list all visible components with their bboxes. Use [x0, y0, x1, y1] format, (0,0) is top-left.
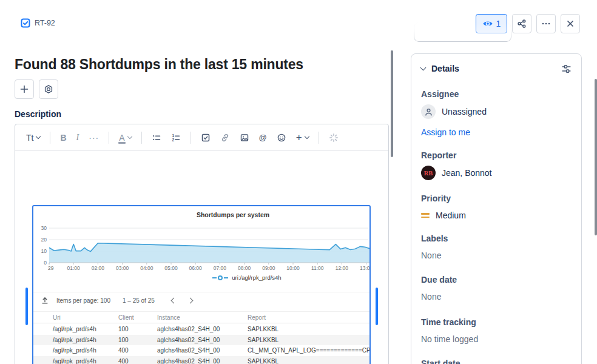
- status-field-partial[interactable]: [414, 22, 511, 42]
- pagination-range: 1 – 25 of 25: [123, 297, 155, 304]
- legend-marker-icon: [212, 275, 228, 281]
- more-actions-button[interactable]: [536, 14, 556, 33]
- sap-table-rows: /agl/rpk_prd/s4h100aglchs4has02_S4H_00SA…: [33, 324, 369, 364]
- export-icon[interactable]: [41, 296, 49, 305]
- chevron-down-icon: [36, 134, 41, 139]
- svg-text:20: 20: [41, 237, 47, 243]
- chart-legend: uri:/agl/rpk_prd/s4h: [33, 274, 369, 281]
- prev-page-icon[interactable]: [170, 297, 177, 303]
- add-button[interactable]: [15, 79, 34, 99]
- link-button[interactable]: [217, 130, 234, 145]
- table-row: /agl/rpk_prd/s4h100aglchs4has02_S4H_00SA…: [33, 324, 369, 335]
- svg-text:02:00: 02:00: [92, 265, 105, 271]
- field-label: Start date: [421, 359, 572, 364]
- text-color-button[interactable]: A: [115, 130, 135, 145]
- field-label: Time tracking: [421, 317, 572, 327]
- field-label: Labels: [421, 234, 572, 243]
- bullet-list-icon: [152, 133, 161, 143]
- mention-button[interactable]: @: [255, 130, 271, 144]
- cell-report: SAPLKKBL: [248, 326, 369, 332]
- checkbox-icon: [201, 133, 211, 143]
- more-icon: [541, 19, 551, 29]
- description-editor: Tt B I ··· A 12: [15, 124, 389, 364]
- task-type-icon: [21, 18, 30, 28]
- emoji-button[interactable]: [273, 130, 290, 145]
- description-label: Description: [15, 109, 61, 119]
- assignee-value[interactable]: Unassigned: [421, 104, 572, 119]
- next-page-icon[interactable]: [187, 297, 193, 303]
- assign-to-me-link[interactable]: Assign to me: [421, 127, 572, 137]
- embedded-dashboard[interactable]: Shortdumps per system 01020302901:0002:0…: [32, 205, 371, 364]
- close-button[interactable]: [561, 14, 580, 33]
- field-label: Due date: [421, 275, 572, 285]
- numbered-list-button[interactable]: 12: [167, 130, 184, 145]
- col-header-instance: Instance: [157, 314, 248, 321]
- more-formatting-button[interactable]: ···: [85, 130, 103, 145]
- apps-button[interactable]: [39, 79, 58, 99]
- share-button[interactable]: [512, 14, 531, 33]
- text-styles-button[interactable]: Tt: [22, 130, 44, 145]
- svg-text:05:00: 05:00: [164, 265, 178, 271]
- svg-text:06:00: 06:00: [189, 265, 203, 271]
- bullet-list-button[interactable]: [148, 130, 165, 145]
- field-labels: Labels None: [421, 234, 572, 260]
- priority-value[interactable]: Medium: [421, 211, 572, 220]
- configure-fields-icon[interactable]: [561, 64, 572, 74]
- svg-text:0: 0: [44, 260, 47, 266]
- details-panel-header[interactable]: Details: [421, 62, 572, 75]
- items-per-page[interactable]: Items per page: 100: [56, 297, 110, 304]
- field-start-date: Start date: [421, 359, 572, 364]
- bold-button[interactable]: B: [56, 130, 70, 145]
- svg-text:10:00: 10:00: [286, 265, 300, 271]
- svg-text:01:00: 01:00: [67, 265, 81, 271]
- media-resize-handle-left[interactable]: [25, 288, 28, 325]
- issue-key-label: RT-92: [35, 19, 55, 27]
- priority-medium-icon: [421, 213, 430, 218]
- time-tracking-value[interactable]: No time logged: [421, 334, 572, 344]
- task-list-button[interactable]: [197, 130, 214, 145]
- svg-text:08:00: 08:00: [238, 265, 251, 271]
- page-scrollbar[interactable]: [595, 79, 597, 235]
- field-priority: Priority Medium: [421, 194, 572, 220]
- svg-text:13:00: 13:00: [360, 265, 369, 271]
- field-label: Reporter: [421, 150, 572, 160]
- chart-title: Shortdumps per system: [33, 211, 369, 218]
- reporter-value[interactable]: RB Jean, Bonnot: [421, 166, 572, 180]
- italic-button[interactable]: I: [73, 130, 83, 145]
- emoji-icon: [277, 133, 286, 143]
- due-date-value[interactable]: None: [421, 292, 572, 302]
- table-header-row: Uri Client Instance Report: [33, 311, 369, 323]
- quick-add-row: [15, 79, 58, 99]
- cell-client: 400: [118, 358, 157, 364]
- image-icon: [240, 133, 249, 143]
- field-due-date: Due date None: [421, 275, 572, 302]
- field-reporter: Reporter RB Jean, Bonnot: [421, 150, 572, 180]
- close-icon: [565, 19, 575, 29]
- hexagon-target-icon: [44, 84, 53, 94]
- field-time-tracking: Time tracking No time logged: [421, 317, 572, 344]
- cell-report: CL_MM_QTN_APL_LOG=============CP: [248, 347, 371, 354]
- sparkle-icon: [329, 133, 339, 143]
- image-button[interactable]: [236, 130, 253, 145]
- ai-button[interactable]: [325, 130, 342, 145]
- share-icon: [517, 19, 527, 29]
- insert-button[interactable]: +: [292, 129, 312, 146]
- link-icon: [220, 133, 230, 143]
- breadcrumb-issue-key[interactable]: RT-92: [21, 18, 55, 28]
- cell-instance: aglchs4has02_S4H_00: [157, 347, 248, 354]
- cell-uri: /agl/rpk_prd/s4h: [53, 326, 118, 332]
- main-scrollbar[interactable]: [391, 50, 393, 157]
- svg-text:11:00: 11:00: [311, 265, 324, 271]
- person-avatar-icon: [421, 104, 436, 119]
- table-toolbar: Items per page: 100 1 – 25 of 25: [41, 296, 363, 305]
- media-resize-handle-right[interactable]: [376, 288, 378, 325]
- legend-series-label: uri:/agl/rpk_prd/s4h: [232, 274, 281, 281]
- page-title[interactable]: Found 88 Shortdumps in the last 15 minut…: [15, 56, 379, 73]
- labels-value[interactable]: None: [421, 251, 572, 260]
- details-title: Details: [431, 64, 555, 73]
- field-assignee: Assignee Unassigned Assign to me: [421, 89, 572, 137]
- cell-client: 100: [118, 326, 157, 332]
- chevron-down-icon: [127, 134, 132, 139]
- cell-uri: /agl/rpk_prd/s4h: [53, 358, 118, 364]
- svg-text:09:00: 09:00: [262, 265, 275, 271]
